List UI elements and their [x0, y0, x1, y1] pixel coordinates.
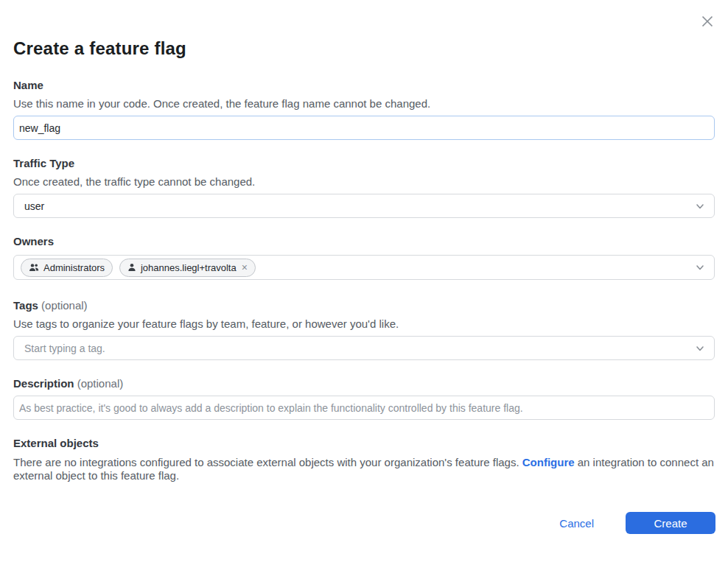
modal-footer: Cancel Create [0, 512, 728, 534]
page-title: Create a feature flag [13, 38, 715, 59]
description-label: Description (optional) [13, 378, 715, 390]
tags-field-group: Tags (optional) Use tags to organize you… [13, 300, 715, 360]
name-label: Name [13, 80, 715, 91]
tags-select[interactable]: Start typing a tag. [13, 336, 715, 360]
chevron-down-icon [695, 201, 705, 211]
description-input[interactable] [13, 396, 715, 420]
owner-chip-label: Administrators [43, 262, 105, 273]
remove-owner-icon[interactable]: × [242, 262, 248, 273]
owners-label: Owners [13, 236, 715, 247]
description-label-text: Description [13, 377, 74, 390]
owners-field-group: Owners Administrators [13, 236, 715, 280]
description-field-group: Description (optional) [13, 378, 715, 420]
configure-link[interactable]: Configure [522, 456, 575, 468]
group-icon [29, 263, 39, 272]
close-icon [700, 14, 715, 29]
owner-chip-user[interactable]: johannes.liegl+travolta × [119, 259, 256, 277]
name-field-group: Name Use this name in your code. Once cr… [13, 80, 715, 140]
tags-placeholder: Start typing a tag. [24, 343, 695, 354]
person-icon [127, 263, 136, 272]
traffic-type-selected-value: user [24, 200, 695, 212]
owners-select[interactable]: Administrators johannes.liegl+travolta × [13, 255, 715, 280]
external-objects-text-before: There are no integrations configured to … [13, 456, 522, 468]
chevron-down-icon [695, 343, 705, 354]
create-feature-flag-modal: Create a feature flag Name Use this name… [0, 0, 728, 562]
external-objects-label: External objects [13, 438, 715, 449]
tags-optional-text: (optional) [41, 299, 88, 312]
tags-label-text: Tags [13, 299, 38, 312]
traffic-type-label: Traffic Type [13, 158, 715, 169]
name-input[interactable] [13, 116, 715, 140]
owner-chip-administrators[interactable]: Administrators [21, 259, 113, 277]
name-help-text: Use this name in your code. Once created… [13, 98, 715, 110]
description-optional-text: (optional) [77, 377, 124, 390]
owners-chip-list: Administrators johannes.liegl+travolta × [21, 259, 695, 277]
external-objects-section: External objects There are no integratio… [13, 438, 715, 482]
tags-label: Tags (optional) [13, 300, 715, 312]
owner-chip-label: johannes.liegl+travolta [141, 262, 237, 273]
close-button[interactable] [698, 12, 717, 31]
create-button[interactable]: Create [626, 512, 715, 534]
traffic-type-select[interactable]: user [13, 194, 715, 218]
external-objects-text: There are no integrations configured to … [13, 456, 715, 482]
cancel-button[interactable]: Cancel [558, 514, 595, 533]
chevron-down-icon [695, 262, 705, 273]
traffic-type-field-group: Traffic Type Once created, the traffic t… [13, 158, 715, 218]
tags-help-text: Use tags to organize your feature flags … [13, 318, 715, 330]
traffic-type-help-text: Once created, the traffic type cannot be… [13, 176, 715, 188]
